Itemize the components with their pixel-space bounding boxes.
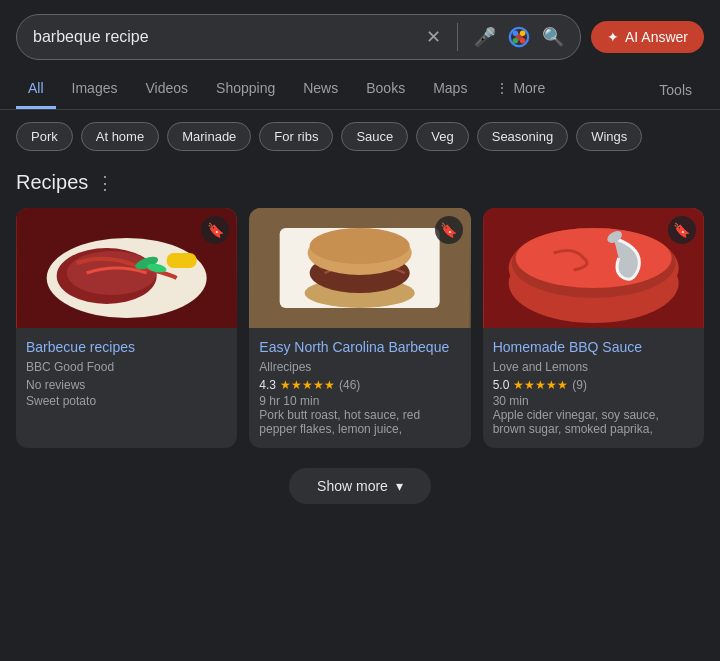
ai-answer-label: AI Answer (625, 29, 688, 45)
tab-all[interactable]: All (16, 70, 56, 109)
tab-maps[interactable]: Maps (421, 70, 479, 109)
svg-point-3 (513, 38, 519, 43)
search-bar-area: barbeque recipe ✕ 🎤 (0, 0, 720, 70)
recipe-card-1[interactable]: 🔖 Barbecue recipes BBC Good Food No revi… (16, 208, 237, 448)
card-source-2: Allrecipes (259, 360, 460, 374)
bookmark-btn-3[interactable]: 🔖 (668, 216, 696, 244)
svg-point-17 (310, 228, 410, 264)
filter-wings[interactable]: Wings (576, 122, 642, 151)
mic-icon: 🎤 (474, 26, 496, 48)
rating-row-2: 4.3 ★★★★★ (46) (259, 378, 460, 392)
filter-veg[interactable]: Veg (416, 122, 468, 151)
section-header: Recipes ⋮ (16, 171, 704, 194)
search-bar: barbeque recipe ✕ 🎤 (16, 14, 581, 60)
card-title-3: Homemade BBQ Sauce (493, 338, 694, 356)
card-ingredients-2: Pork butt roast, hot sauce, red pepper f… (259, 408, 460, 436)
card-source-3: Love and Lemons (493, 360, 694, 374)
svg-rect-11 (167, 253, 197, 268)
lens-icon (508, 26, 530, 48)
recipes-section: Recipes ⋮ (0, 163, 720, 448)
clear-icon: ✕ (426, 26, 441, 48)
svg-point-1 (513, 31, 519, 36)
tab-shopping[interactable]: Shopping (204, 70, 287, 109)
svg-point-2 (520, 31, 526, 36)
card-body-2: Easy North Carolina Barbeque Allrecipes … (249, 328, 470, 448)
voice-search-button[interactable]: 🎤 (474, 26, 496, 48)
show-more-button[interactable]: Show more ▾ (289, 468, 431, 504)
card-source-1: BBC Good Food (26, 360, 227, 374)
recipe-card-2[interactable]: 🔖 Easy North Carolina Barbeque Allrecipe… (249, 208, 470, 448)
tab-books[interactable]: Books (354, 70, 417, 109)
tab-more[interactable]: ⋮ More (483, 70, 557, 109)
tab-images[interactable]: Images (60, 70, 130, 109)
svg-point-4 (520, 38, 526, 43)
card-body-3: Homemade BBQ Sauce Love and Lemons 5.0 ★… (483, 328, 704, 448)
sparkle-icon: ✦ (607, 29, 619, 45)
review-count-3: (9) (572, 378, 587, 392)
bookmark-btn-2[interactable]: 🔖 (435, 216, 463, 244)
section-menu-icon[interactable]: ⋮ (96, 172, 114, 194)
search-icon: 🔍 (542, 26, 564, 48)
filter-chips: Pork At home Marinade For ribs Sauce Veg… (0, 110, 720, 163)
search-icons: ✕ 🎤 🔍 (426, 23, 564, 51)
rating-value-3: 5.0 (493, 378, 510, 392)
card-extra-1: Sweet potato (26, 394, 227, 408)
show-more-label: Show more (317, 478, 388, 494)
lens-button[interactable] (508, 26, 530, 48)
filter-pork[interactable]: Pork (16, 122, 73, 151)
filter-marinade[interactable]: Marinade (167, 122, 251, 151)
show-more-area: Show more ▾ (0, 448, 720, 520)
card-title-2: Easy North Carolina Barbeque (259, 338, 460, 356)
more-dots-icon: ⋮ (495, 80, 509, 96)
stars-3: ★★★★★ (513, 378, 568, 392)
card-ingredients-3: Apple cider vinegar, soy sauce, brown su… (493, 408, 694, 436)
card-time-3: 30 min (493, 394, 694, 408)
card-image-wrap-2: 🔖 (249, 208, 470, 328)
card-image-wrap-1: 🔖 (16, 208, 237, 328)
filter-seasoning[interactable]: Seasoning (477, 122, 568, 151)
filter-for-ribs[interactable]: For ribs (259, 122, 333, 151)
tab-news[interactable]: News (291, 70, 350, 109)
card-time-2: 9 hr 10 min (259, 394, 460, 408)
card-title-1: Barbecue recipes (26, 338, 227, 356)
card-body-1: Barbecue recipes BBC Good Food No review… (16, 328, 237, 420)
search-button[interactable]: 🔍 (542, 26, 564, 48)
section-title: Recipes (16, 171, 88, 194)
card-reviews-1: No reviews (26, 378, 227, 392)
rating-value-2: 4.3 (259, 378, 276, 392)
search-input[interactable]: barbeque recipe (33, 28, 426, 46)
clear-button[interactable]: ✕ (426, 26, 441, 48)
divider (457, 23, 458, 51)
ai-answer-button[interactable]: ✦ AI Answer (591, 21, 704, 53)
nav-tabs: All Images Videos Shopping News Books Ma… (0, 70, 720, 110)
card-image-wrap-3: 🔖 (483, 208, 704, 328)
tab-videos[interactable]: Videos (133, 70, 200, 109)
recipe-cards: 🔖 Barbecue recipes BBC Good Food No revi… (16, 208, 704, 448)
svg-point-22 (515, 228, 671, 288)
chevron-down-icon: ▾ (396, 478, 403, 494)
tools-button[interactable]: Tools (647, 72, 704, 108)
filter-at-home[interactable]: At home (81, 122, 159, 151)
rating-row-3: 5.0 ★★★★★ (9) (493, 378, 694, 392)
recipe-card-3[interactable]: 🔖 Homemade BBQ Sauce Love and Lemons 5.0… (483, 208, 704, 448)
review-count-2: (46) (339, 378, 360, 392)
stars-2: ★★★★★ (280, 378, 335, 392)
filter-sauce[interactable]: Sauce (341, 122, 408, 151)
